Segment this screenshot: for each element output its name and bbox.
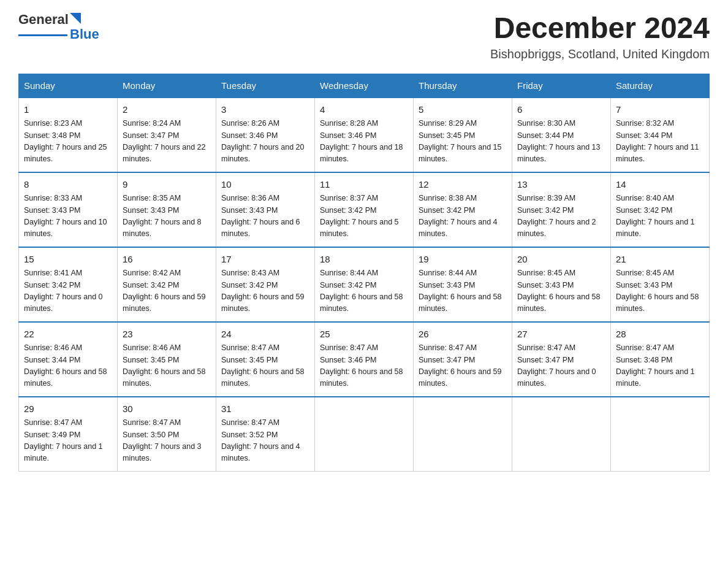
calendar-week-4: 22Sunrise: 8:46 AMSunset: 3:44 PMDayligh…	[19, 322, 710, 397]
day-number: 13	[517, 178, 605, 192]
day-number: 11	[320, 178, 408, 192]
calendar-cell: 12Sunrise: 8:38 AMSunset: 3:42 PMDayligh…	[414, 172, 512, 247]
calendar-week-2: 8Sunrise: 8:33 AMSunset: 3:43 PMDaylight…	[19, 172, 710, 247]
day-number: 6	[517, 103, 605, 117]
day-number: 3	[221, 103, 309, 117]
calendar-cell: 22Sunrise: 8:46 AMSunset: 3:44 PMDayligh…	[19, 322, 118, 397]
day-info: Sunrise: 8:47 AMSunset: 3:48 PMDaylight:…	[616, 342, 704, 390]
calendar-cell: 25Sunrise: 8:47 AMSunset: 3:46 PMDayligh…	[315, 322, 414, 397]
weekday-header-monday: Monday	[118, 74, 216, 98]
day-number: 28	[616, 327, 704, 342]
day-number: 21	[616, 253, 704, 267]
day-info: Sunrise: 8:23 AMSunset: 3:48 PMDaylight:…	[24, 118, 112, 166]
day-info: Sunrise: 8:44 AMSunset: 3:43 PMDaylight:…	[419, 267, 507, 315]
calendar-table: SundayMondayTuesdayWednesdayThursdayFrid…	[18, 74, 710, 472]
calendar-week-5: 29Sunrise: 8:47 AMSunset: 3:49 PMDayligh…	[19, 397, 710, 472]
title-block: December 2024 Bishopbriggs, Scotland, Un…	[490, 12, 710, 61]
day-info: Sunrise: 8:42 AMSunset: 3:42 PMDaylight:…	[123, 267, 211, 315]
day-number: 8	[24, 178, 112, 192]
day-info: Sunrise: 8:45 AMSunset: 3:43 PMDaylight:…	[616, 267, 704, 315]
calendar-cell: 3Sunrise: 8:26 AMSunset: 3:46 PMDaylight…	[216, 98, 315, 172]
day-info: Sunrise: 8:32 AMSunset: 3:44 PMDaylight:…	[616, 118, 704, 166]
calendar-cell: 8Sunrise: 8:33 AMSunset: 3:43 PMDaylight…	[19, 172, 118, 247]
day-info: Sunrise: 8:41 AMSunset: 3:42 PMDaylight:…	[24, 267, 112, 315]
calendar-cell: 4Sunrise: 8:28 AMSunset: 3:46 PMDaylight…	[315, 98, 414, 172]
calendar-cell: 24Sunrise: 8:47 AMSunset: 3:45 PMDayligh…	[216, 322, 315, 397]
day-number: 5	[419, 103, 507, 117]
day-info: Sunrise: 8:46 AMSunset: 3:44 PMDaylight:…	[24, 342, 112, 390]
logo-blue: Blue	[70, 27, 99, 42]
day-number: 17	[221, 253, 309, 267]
calendar-cell: 15Sunrise: 8:41 AMSunset: 3:42 PMDayligh…	[19, 247, 118, 322]
day-info: Sunrise: 8:40 AMSunset: 3:42 PMDaylight:…	[616, 193, 704, 240]
day-info: Sunrise: 8:24 AMSunset: 3:47 PMDaylight:…	[123, 118, 211, 166]
day-number: 20	[517, 253, 605, 267]
day-number: 24	[221, 327, 309, 342]
day-info: Sunrise: 8:47 AMSunset: 3:49 PMDaylight:…	[24, 417, 112, 465]
weekday-header-saturday: Saturday	[611, 74, 710, 98]
day-info: Sunrise: 8:26 AMSunset: 3:46 PMDaylight:…	[221, 118, 309, 166]
day-info: Sunrise: 8:45 AMSunset: 3:43 PMDaylight:…	[517, 267, 605, 315]
logo-line	[18, 34, 67, 36]
logo-general: General	[18, 12, 69, 27]
calendar-cell: 11Sunrise: 8:37 AMSunset: 3:42 PMDayligh…	[315, 172, 414, 247]
day-number: 18	[320, 253, 408, 267]
header-row: SundayMondayTuesdayWednesdayThursdayFrid…	[19, 74, 710, 98]
calendar-cell: 30Sunrise: 8:47 AMSunset: 3:50 PMDayligh…	[118, 397, 216, 472]
day-number: 14	[616, 178, 704, 192]
day-info: Sunrise: 8:46 AMSunset: 3:45 PMDaylight:…	[123, 342, 211, 390]
day-number: 15	[24, 253, 112, 267]
calendar-cell	[315, 397, 414, 472]
day-number: 22	[24, 327, 112, 342]
svg-marker-0	[70, 13, 81, 24]
calendar-cell: 5Sunrise: 8:29 AMSunset: 3:45 PMDaylight…	[414, 98, 512, 172]
calendar-header: SundayMondayTuesdayWednesdayThursdayFrid…	[19, 74, 710, 98]
calendar-cell: 31Sunrise: 8:47 AMSunset: 3:52 PMDayligh…	[216, 397, 315, 472]
weekday-header-friday: Friday	[512, 74, 611, 98]
day-info: Sunrise: 8:47 AMSunset: 3:52 PMDaylight:…	[221, 417, 309, 465]
calendar-cell: 27Sunrise: 8:47 AMSunset: 3:47 PMDayligh…	[512, 322, 611, 397]
calendar-cell: 19Sunrise: 8:44 AMSunset: 3:43 PMDayligh…	[414, 247, 512, 322]
day-info: Sunrise: 8:47 AMSunset: 3:47 PMDaylight:…	[517, 342, 605, 390]
weekday-header-thursday: Thursday	[414, 74, 512, 98]
day-number: 30	[123, 402, 211, 416]
calendar-cell	[611, 397, 710, 472]
day-info: Sunrise: 8:28 AMSunset: 3:46 PMDaylight:…	[320, 118, 408, 166]
day-info: Sunrise: 8:47 AMSunset: 3:46 PMDaylight:…	[320, 342, 408, 390]
day-info: Sunrise: 8:39 AMSunset: 3:42 PMDaylight:…	[517, 193, 605, 240]
day-number: 31	[221, 402, 309, 416]
calendar-cell: 1Sunrise: 8:23 AMSunset: 3:48 PMDaylight…	[19, 98, 118, 172]
location-title: Bishopbriggs, Scotland, United Kingdom	[490, 47, 710, 61]
page-header: General Blue December 2024 Bishopbriggs,…	[18, 12, 710, 61]
calendar-cell: 13Sunrise: 8:39 AMSunset: 3:42 PMDayligh…	[512, 172, 611, 247]
calendar-week-3: 15Sunrise: 8:41 AMSunset: 3:42 PMDayligh…	[19, 247, 710, 322]
day-number: 10	[221, 178, 309, 192]
calendar-cell: 7Sunrise: 8:32 AMSunset: 3:44 PMDaylight…	[611, 98, 710, 172]
calendar-cell: 14Sunrise: 8:40 AMSunset: 3:42 PMDayligh…	[611, 172, 710, 247]
calendar-cell: 29Sunrise: 8:47 AMSunset: 3:49 PMDayligh…	[19, 397, 118, 472]
day-info: Sunrise: 8:33 AMSunset: 3:43 PMDaylight:…	[24, 193, 112, 240]
weekday-header-sunday: Sunday	[19, 74, 118, 98]
calendar-cell: 16Sunrise: 8:42 AMSunset: 3:42 PMDayligh…	[118, 247, 216, 322]
calendar-cell: 21Sunrise: 8:45 AMSunset: 3:43 PMDayligh…	[611, 247, 710, 322]
day-number: 9	[123, 178, 211, 192]
day-info: Sunrise: 8:37 AMSunset: 3:42 PMDaylight:…	[320, 193, 408, 240]
day-number: 29	[24, 402, 112, 416]
calendar-cell: 28Sunrise: 8:47 AMSunset: 3:48 PMDayligh…	[611, 322, 710, 397]
day-number: 1	[24, 103, 112, 117]
logo-triangle-icon	[70, 13, 81, 24]
day-number: 16	[123, 253, 211, 267]
weekday-header-wednesday: Wednesday	[315, 74, 414, 98]
calendar-cell: 26Sunrise: 8:47 AMSunset: 3:47 PMDayligh…	[414, 322, 512, 397]
day-info: Sunrise: 8:47 AMSunset: 3:47 PMDaylight:…	[419, 342, 507, 390]
day-number: 4	[320, 103, 408, 117]
day-info: Sunrise: 8:30 AMSunset: 3:44 PMDaylight:…	[517, 118, 605, 166]
calendar-cell: 2Sunrise: 8:24 AMSunset: 3:47 PMDaylight…	[118, 98, 216, 172]
day-number: 19	[419, 253, 507, 267]
calendar-cell: 20Sunrise: 8:45 AMSunset: 3:43 PMDayligh…	[512, 247, 611, 322]
calendar-cell: 9Sunrise: 8:35 AMSunset: 3:43 PMDaylight…	[118, 172, 216, 247]
day-info: Sunrise: 8:36 AMSunset: 3:43 PMDaylight:…	[221, 193, 309, 240]
calendar-week-1: 1Sunrise: 8:23 AMSunset: 3:48 PMDaylight…	[19, 98, 710, 172]
day-number: 2	[123, 103, 211, 117]
calendar-cell: 6Sunrise: 8:30 AMSunset: 3:44 PMDaylight…	[512, 98, 611, 172]
